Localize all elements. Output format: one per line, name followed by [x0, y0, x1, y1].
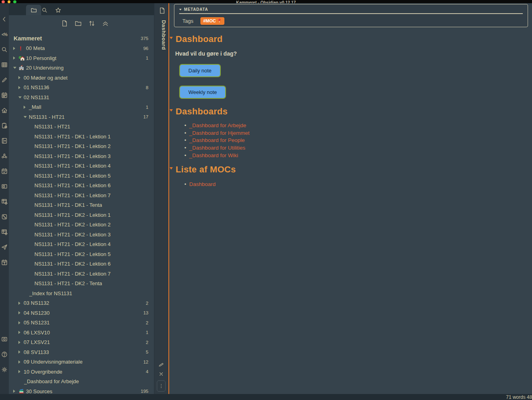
tree-file-row[interactable]: _Dashboard for Arbejde	[9, 377, 154, 387]
more-options-button[interactable]	[157, 380, 166, 392]
tree-folder-row[interactable]: !00 Meta96	[9, 44, 154, 54]
tree-item-label: NS1131 - HT21 - DK2 - Lektion 1	[34, 212, 111, 218]
tree-file-row[interactable]: NS1131 - HT21 - DK2 - Lektion 3	[9, 230, 154, 240]
internal-link[interactable]: _Dashboard for Arbejde	[189, 122, 246, 128]
tree-file-row[interactable]: NS1131 - HT21 - DK2 - Lektion 5	[9, 249, 154, 259]
tree-folder-row[interactable]: NS1131 - HT2117	[9, 112, 154, 122]
tree-file-row[interactable]: NS1131 - HT21 - DK2 - Tenta	[9, 279, 154, 289]
gear-icon[interactable]	[0, 362, 9, 377]
item-count: 5	[146, 350, 154, 354]
new-folder-button[interactable]	[71, 16, 85, 30]
tree-item-label: NS1131 - HT21 - DK2 - Tenta	[34, 280, 102, 286]
tree-folder-row[interactable]: 08 SV11335	[9, 347, 154, 357]
sort-order-button[interactable]	[85, 16, 98, 30]
tree-folder-row[interactable]: 10 Overgribende4	[9, 367, 154, 377]
search-icon[interactable]	[0, 42, 9, 57]
file-explorer-panel: Kammeret375!00 Meta9610 Personligt120 Un…	[9, 3, 154, 394]
tree-file-row[interactable]: NS1131 - HT21 - DK2 - Lektion 4	[9, 240, 154, 250]
heading-liste-af-mocs: Liste af MOCs	[176, 164, 236, 175]
help-icon[interactable]	[0, 347, 9, 362]
pencil-icon[interactable]	[0, 72, 9, 88]
dice-icon[interactable]	[0, 209, 9, 224]
vault-title-row[interactable]: Kammeret375	[9, 34, 154, 44]
tree-file-row[interactable]: NS1131 - HT21 - DK1 - Lektion 3	[9, 151, 154, 161]
table-gear-icon[interactable]	[0, 224, 9, 240]
internal-link[interactable]: _Dashboard for Hjemmet	[189, 130, 250, 136]
statusbar: 71 words 489	[0, 394, 532, 400]
metadata-divider	[179, 13, 523, 14]
internal-link[interactable]: _Dashboard for People	[189, 137, 245, 143]
tree-folder-row[interactable]: 04 NS123013	[9, 308, 154, 318]
pushpin-icon	[217, 18, 222, 24]
tab-search[interactable]	[37, 5, 52, 15]
internal-link[interactable]: Dashboard	[189, 181, 216, 187]
weekly-note-button[interactable]: Weekly note	[179, 86, 226, 99]
pane-edge-header[interactable]	[154, 3, 168, 394]
card-box-icon[interactable]	[0, 179, 9, 194]
clipboard-check-icon[interactable]	[0, 118, 9, 133]
internal-link[interactable]: _Dashboard for Wiki	[189, 152, 238, 158]
expand-arrow-icon	[24, 106, 29, 109]
expand-arrow-icon	[18, 302, 24, 305]
tree-folder-row[interactable]: 01 NS11368	[9, 83, 154, 93]
table-icon[interactable]	[0, 57, 9, 72]
metadata-header[interactable]: METADATA	[179, 7, 523, 12]
chevron-left-icon[interactable]	[0, 12, 9, 27]
tree-file-row[interactable]: NS1131 - HT21 - DK1 - Lektion 2	[9, 142, 154, 152]
close-pane-button[interactable]	[158, 371, 164, 377]
table-gear-icon[interactable]	[0, 194, 9, 209]
tree-folder-row[interactable]: 06 LXSV101	[9, 328, 154, 338]
calendar-7-icon[interactable]	[0, 255, 9, 270]
camera-box-icon[interactable]	[0, 332, 9, 347]
tree-file-row[interactable]: NS1131 - HT21 - DK1 - Lektion 5	[9, 171, 154, 181]
templater-icon[interactable]: <%	[0, 27, 9, 42]
daily-note-button[interactable]: Daily note	[179, 64, 221, 77]
calendar-check-icon[interactable]	[0, 164, 9, 179]
fold-arrow[interactable]	[170, 167, 173, 170]
tree-item-label: 06 LXSV10	[24, 330, 50, 336]
item-count: 2	[146, 340, 154, 345]
tree-file-row[interactable]: NS1131 - HT21 - DK2 - Lektion 6	[9, 259, 154, 269]
pane-title-vertical[interactable]: Dashboard	[161, 20, 167, 50]
fold-arrow[interactable]	[170, 109, 173, 112]
tree-file-row[interactable]: NS1131 - HT21 - DK1 - Lektion 4	[9, 161, 154, 171]
tree-file-row[interactable]: NS1131 - HT21 - DK1 - Tenta	[9, 200, 154, 210]
fold-arrow[interactable]	[170, 37, 173, 39]
edit-note-button[interactable]	[158, 362, 164, 368]
expand-arrow-icon	[18, 350, 24, 354]
tree-folder-row[interactable]: 00 Møder og andet	[9, 73, 154, 83]
tree-folder-row[interactable]: 02 NS1131	[9, 92, 154, 102]
calendar-dots-icon[interactable]	[0, 88, 9, 103]
collapse-all-button[interactable]	[98, 16, 112, 30]
tree-file-row[interactable]: NS1131 - HT21	[9, 122, 154, 132]
tree-file-row[interactable]: NS1131 - HT21 - DK1 - Lektion 6	[9, 181, 154, 191]
tree-folder-row[interactable]: 10 Personligt1	[9, 53, 154, 63]
tree-folder-row[interactable]: 03 NS11322	[9, 298, 154, 308]
tree-file-row[interactable]: NS1131 - HT21 - DK2 - Lektion 2	[9, 220, 154, 230]
journal-arrow-icon[interactable]	[0, 133, 9, 148]
list-item: _Dashboard for Wiki	[169, 152, 250, 159]
paper-plane-icon[interactable]	[0, 240, 9, 255]
tree-item-label: 05 NS1231	[24, 320, 50, 326]
tree-file-row[interactable]: NS1131 - HT21 - DK2 - Lektion 1	[9, 210, 154, 220]
item-count: 2	[146, 320, 154, 325]
tree-folder-row[interactable]: 20 Undervisning	[9, 63, 154, 73]
item-count: 2	[146, 301, 154, 306]
tag-moc[interactable]: #MOC	[200, 17, 224, 25]
tree-item-label: 00 Møder og andet	[24, 75, 68, 81]
tree-folder-row[interactable]: _Mall1	[9, 102, 154, 112]
tree-file-row[interactable]: NS1131 - HT21 - DK2 - Lektion 7	[9, 269, 154, 279]
tree-folder-row[interactable]: 07 LXSV212	[9, 338, 154, 348]
tree-file-row[interactable]: _Index for NS1131	[9, 288, 154, 298]
tree-file-row[interactable]: NS1131 - HT21 - DK1 - Lektion 1	[9, 132, 154, 142]
tree-file-row[interactable]: NS1131 - HT21 - DK1 - Lektion 7	[9, 190, 154, 200]
graph-icon[interactable]	[0, 148, 9, 164]
new-note-button[interactable]	[58, 16, 71, 30]
internal-link[interactable]: _Dashboard for Utilities	[189, 145, 245, 151]
tree-folder-row[interactable]: 05 NS12312	[9, 318, 154, 328]
tab-starred[interactable]	[50, 5, 66, 15]
house-outline-icon[interactable]	[0, 103, 9, 118]
tree-folder-row[interactable]: 30 Sources195	[9, 386, 154, 394]
tree-folder-row[interactable]: 09 Undervisningmateriale12	[9, 357, 154, 367]
tree-item-label: 00 Meta	[26, 45, 45, 51]
